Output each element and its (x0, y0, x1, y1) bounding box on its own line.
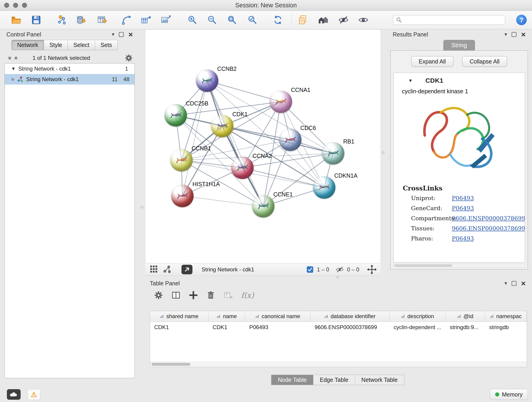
column-header[interactable]: namespac (485, 311, 527, 322)
network-node-CCNB2[interactable] (196, 70, 218, 92)
column-header[interactable]: name (209, 311, 245, 322)
table-cell[interactable]: CDK1 (209, 324, 245, 331)
cloud-sync-button[interactable] (7, 389, 21, 400)
network-edge[interactable] (182, 196, 263, 206)
crosslink-value-link[interactable]: 9606.ENSP00000378699 (452, 215, 525, 222)
expand-all-button[interactable]: Expand All (411, 56, 453, 67)
panel-close-icon[interactable]: × (521, 32, 526, 37)
left-splitter-handle[interactable] (141, 206, 143, 209)
crosslink-value-link[interactable]: 9606.ENSP00000378699 (452, 225, 525, 232)
tab-node-table[interactable]: Node Table (271, 375, 313, 385)
network-node-HIST1H1A[interactable] (171, 185, 194, 207)
table-cell[interactable]: cyclin-dependent ... (389, 324, 446, 331)
share-network-button[interactable] (163, 265, 171, 274)
expand-all-icon[interactable]: » (12, 56, 19, 60)
crosslink-value-link[interactable]: P06493 (452, 205, 474, 211)
column-header[interactable]: description (389, 311, 446, 322)
column-header[interactable]: canonical name (245, 311, 310, 322)
network-node-RB1[interactable] (322, 142, 344, 165)
tab-select[interactable]: Select (68, 40, 95, 50)
table-cell[interactable]: P06493 (245, 324, 310, 331)
tab-sets[interactable]: Sets (95, 40, 118, 50)
memory-button[interactable]: Memory (490, 389, 528, 400)
window-close-button[interactable] (4, 3, 9, 8)
open-session-button[interactable] (11, 15, 21, 25)
network-options-gear-button[interactable] (125, 54, 133, 62)
import-network-from-database-button[interactable] (76, 15, 86, 25)
tab-string[interactable]: String (443, 40, 475, 51)
panel-close-icon[interactable]: × (128, 32, 133, 37)
scrollbar-thumb[interactable] (152, 363, 190, 366)
search-input[interactable] (404, 17, 502, 23)
table-horizontal-scrollbar[interactable] (150, 362, 527, 367)
table-cell[interactable]: stringdb:9... (446, 324, 485, 331)
toggle-columns-button[interactable] (171, 291, 181, 300)
save-session-button[interactable] (31, 15, 41, 25)
network-node-CCNB1[interactable] (170, 149, 193, 172)
table-cell[interactable]: 9606.ENSP00000378699 (310, 324, 389, 331)
network-node-CCNE1[interactable] (252, 195, 274, 217)
table-cell[interactable]: stringdb (485, 324, 527, 331)
network-node-CCNA2[interactable] (231, 157, 254, 179)
open-in-browser-button[interactable] (181, 265, 192, 274)
tab-edge-table[interactable]: Edge Table (313, 375, 355, 385)
network-edge[interactable] (182, 81, 207, 196)
network-collection-row[interactable]: ▼ String Network - cdk1 1 (5, 64, 134, 74)
search-box[interactable] (393, 15, 505, 25)
expand-triangle-icon[interactable]: ▼ (11, 66, 16, 71)
function-builder-button[interactable]: f(x) (241, 291, 254, 300)
results-horizontal-scrollbar[interactable] (393, 264, 525, 268)
birds-eye-view-button[interactable] (149, 265, 158, 274)
network-from-table-button[interactable] (141, 15, 151, 25)
import-network-from-file-button[interactable] (57, 15, 67, 25)
network-edge[interactable] (242, 168, 324, 187)
fit-content-crosshair-button[interactable] (367, 265, 377, 274)
network-node-CDK1[interactable] (211, 115, 234, 137)
column-header[interactable]: database identifier (310, 311, 389, 322)
zoom-out-button[interactable] (207, 15, 217, 25)
clone-network-button[interactable] (121, 15, 132, 25)
export-image-button[interactable] (161, 15, 171, 25)
selected-checkbox-icon[interactable] (306, 266, 314, 273)
section-collapse-triangle-icon[interactable]: ▼ (408, 78, 413, 83)
panel-menu-icon[interactable]: ▾ (112, 32, 114, 37)
table-settings-button[interactable] (154, 291, 163, 300)
zoom-fit-button[interactable] (227, 15, 237, 25)
warnings-button[interactable]: ⚠ (27, 389, 40, 400)
panel-menu-icon[interactable]: ▾ (505, 281, 507, 286)
hide-selected-button[interactable] (338, 15, 349, 25)
panel-float-icon[interactable] (512, 281, 516, 286)
copy-document-button[interactable] (298, 15, 308, 25)
right-splitter-handle[interactable] (382, 151, 385, 154)
zoom-selected-button[interactable] (247, 15, 258, 25)
zoom-in-button[interactable] (187, 15, 198, 25)
network-node-CDC25B[interactable] (165, 104, 187, 127)
column-header[interactable]: shared name (150, 311, 209, 322)
column-header[interactable]: @id (446, 311, 485, 322)
table-row[interactable]: CDK1 CDK1 P06493 9606.ENSP00000378699 cy… (150, 322, 527, 333)
home-button[interactable] (318, 15, 329, 25)
crosslink-value-link[interactable]: P06493 (452, 235, 474, 242)
show-all-button[interactable] (358, 15, 369, 25)
panel-float-icon[interactable] (512, 32, 516, 37)
window-minimize-button[interactable] (13, 3, 18, 8)
crosslink-value-link[interactable]: P06493 (452, 195, 474, 201)
create-column-button[interactable] (189, 291, 198, 300)
window-zoom-button[interactable] (22, 3, 27, 8)
network-row[interactable]: String Network - cdk1 11 48 (5, 74, 134, 85)
network-node-CDC6[interactable] (279, 128, 302, 151)
panel-float-icon[interactable] (119, 32, 124, 37)
bottom-splitter-handle[interactable] (336, 276, 339, 279)
network-node-CCNA1[interactable] (270, 90, 292, 113)
network-canvas[interactable]: CCNB2CCNA1CDC25BCDK1CDC6RB1CCNB1CCNA2CDK… (145, 30, 381, 263)
collapse-all-button[interactable]: Collapse All (462, 56, 507, 67)
tab-network-table[interactable]: Network Table (355, 375, 404, 385)
network-edge[interactable] (207, 81, 281, 102)
table-cell[interactable]: CDK1 (150, 324, 209, 331)
tab-style[interactable]: Style (44, 40, 68, 50)
tab-network[interactable]: Network (12, 40, 44, 50)
help-button[interactable]: ? (516, 15, 527, 25)
panel-menu-icon[interactable]: ▾ (505, 32, 507, 37)
refresh-view-button[interactable] (273, 15, 283, 25)
network-node-CDKN1A[interactable] (313, 176, 336, 199)
